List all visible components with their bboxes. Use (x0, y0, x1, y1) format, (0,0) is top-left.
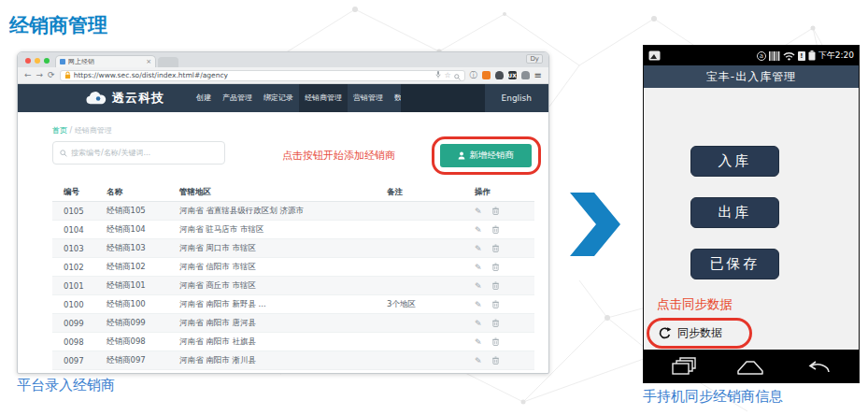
add-dealer-annotation: 点击按钮开始添加经销商 (282, 149, 395, 163)
refresh-icon[interactable]: ⟳ (48, 71, 55, 79)
navbar-item[interactable]: 营销管理 (348, 84, 389, 112)
back-icon[interactable] (804, 358, 831, 375)
cloud-logo-icon (85, 92, 107, 106)
url-field[interactable]: https://www.sec.so/dist/index.html#/agen… (60, 70, 465, 81)
new-tab-button[interactable] (158, 57, 178, 67)
edit-icon[interactable]: ✎ (475, 281, 482, 291)
table-row: 0100 经销商100 河南省 南阳市 新野县 ... 3个地区 ✎ (52, 295, 534, 314)
language-toggle[interactable]: English (502, 93, 533, 103)
sync-data-button[interactable]: 同步数据 (647, 318, 752, 349)
tab-title: 网上经销 (68, 57, 143, 66)
cell-region: 河南省 信阳市 市辖区 (174, 262, 381, 273)
table-row: 0098 经销商098 河南省 南阳市 社旗县 ✎ (52, 333, 534, 351)
cell-name: 经销商097 (101, 355, 174, 366)
recents-icon[interactable] (672, 357, 696, 376)
breadcrumb-separator: / (70, 126, 73, 135)
browser-tabbar: 网上经销 × Dy (18, 52, 548, 67)
navbar-item[interactable]: 绑定记录 (258, 84, 299, 112)
phone-app-title: 宝丰-出入库管理 (644, 65, 859, 88)
cell-name: 经销商102 (101, 262, 174, 273)
table-row: 0101 经销商101 河南省 商丘市 市辖区 ✎ (52, 277, 534, 295)
navbar-item[interactable]: 经销商管理 (299, 84, 348, 112)
edit-icon[interactable]: ✎ (475, 300, 482, 309)
header-region: 管辖地区 (174, 187, 381, 198)
tab-close-icon[interactable]: × (146, 58, 151, 65)
table-row: 0099 经销商099 河南省 南阳市 唐河县 ✎ (52, 314, 534, 333)
table-row: 0102 经销商102 河南省 信阳市 市辖区 ✎ (52, 258, 534, 277)
caption-platform: 平台录入经销商 (17, 377, 115, 394)
ux-extension-icon[interactable]: UX (508, 71, 517, 79)
delete-icon[interactable] (492, 319, 499, 327)
delete-icon[interactable] (492, 281, 499, 290)
cell-region: 河南省 商丘市 市辖区 (174, 280, 381, 292)
edit-icon[interactable]: ✎ (475, 356, 482, 365)
edit-icon[interactable]: ✎ (475, 263, 482, 272)
caption-handheld: 手持机同步经销商信息 (643, 388, 783, 406)
delete-icon[interactable] (492, 356, 499, 365)
cell-region: 河南省 南阳市 淅川县 (174, 355, 381, 366)
edit-icon[interactable]: ✎ (475, 244, 482, 253)
add-dealer-button[interactable]: 新增经销商 (440, 144, 532, 167)
navbar-item[interactable]: 创建 (191, 84, 217, 112)
header-actions: 操作 (469, 187, 534, 198)
edit-icon[interactable]: ✎ (475, 319, 482, 328)
add-dealer-button-label: 新增经销商 (469, 150, 514, 162)
close-window-button[interactable] (25, 58, 31, 64)
cell-name: 经销商099 (101, 318, 174, 329)
delete-icon[interactable] (492, 207, 499, 215)
bookmark-star-icon[interactable]: ☆ (444, 72, 450, 79)
orange-extension-icon[interactable] (482, 71, 491, 79)
cell-region: 河南省 南阳市 社旗县 (174, 336, 381, 348)
cell-name: 经销商105 (101, 206, 174, 217)
mic-icon[interactable] (435, 71, 441, 80)
cell-name: 经销商101 (101, 280, 174, 292)
browser-tab[interactable]: 网上经销 × (55, 55, 156, 67)
cell-id: 0100 (52, 300, 101, 309)
zoom-icon[interactable] (454, 66, 461, 84)
table-row: 0097 经销商097 河南省 南阳市 淅川县 ✎ (52, 351, 534, 370)
zoom-window-button[interactable] (44, 58, 50, 64)
phone-action-button[interactable]: 出库 (690, 197, 779, 228)
flow-arrow-icon (566, 193, 624, 256)
cell-id: 0105 (52, 207, 101, 216)
delete-icon[interactable] (492, 300, 499, 308)
edit-icon[interactable]: ✎ (475, 225, 482, 235)
delete-icon[interactable] (492, 263, 499, 271)
user-account-area[interactable] (401, 84, 485, 112)
edit-icon[interactable]: ✎ (475, 207, 482, 216)
table-row: 0104 经销商104 河南省 驻马店市 市辖区 ✎ (52, 221, 534, 239)
cell-region: 河南省 南阳市 唐河县 (174, 318, 381, 329)
delete-icon[interactable] (492, 225, 499, 234)
forward-icon[interactable]: → (36, 71, 44, 79)
info-extension-icon[interactable]: ⓘ (470, 72, 477, 79)
gallery-notification-icon (648, 50, 661, 61)
phone-action-button[interactable]: 入库 (690, 146, 779, 177)
battery-icon (808, 50, 816, 61)
breadcrumb: 首页 / 经销商管理 (52, 125, 112, 136)
cell-region: 河南省 南阳市 新野县 ... (174, 299, 381, 310)
delete-icon[interactable] (492, 337, 499, 346)
pocket-extension-icon[interactable] (495, 71, 504, 79)
chrome-menu-icon[interactable]: ≡ (534, 71, 542, 80)
back-icon[interactable]: ← (24, 71, 32, 79)
profile-chip[interactable]: Dy (526, 54, 543, 64)
search-input[interactable] (71, 149, 218, 157)
home-icon[interactable] (736, 358, 764, 375)
edit-icon[interactable]: ✎ (475, 337, 482, 347)
navbar-menu: 创建 产品管理 绑定记录 经销商管理 营销管理 数据报表 (191, 84, 430, 112)
ghost-extension-icon[interactable] (521, 71, 530, 79)
cell-note: 3个地区 (381, 299, 469, 310)
cell-region: 河南省 驻马店市 市辖区 (174, 224, 381, 236)
breadcrumb-home[interactable]: 首页 (52, 126, 67, 135)
brand-name: 透云科技 (112, 90, 164, 107)
phone-action-button[interactable]: 已保存 (690, 249, 779, 279)
screenshot-root: 经销商管理 网上经销 × Dy ← → ⟳ (0, 0, 868, 415)
app-navbar: 透云科技 创建 产品管理 绑定记录 经销商管理 营销管理 数据报表 Englis… (18, 84, 548, 112)
cell-id: 0099 (52, 319, 101, 328)
cell-id: 0101 (52, 281, 101, 291)
navbar-item[interactable]: 产品管理 (217, 84, 258, 112)
wifi-icon (783, 51, 795, 61)
window-controls (18, 58, 55, 67)
delete-icon[interactable] (492, 244, 499, 252)
minimize-window-button[interactable] (35, 58, 40, 64)
